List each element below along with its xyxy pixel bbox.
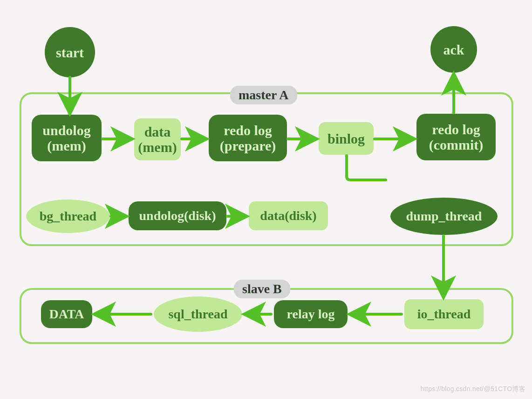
sql-thread-node: sql_thread	[154, 296, 242, 332]
bg-thread-node: bg_thread	[26, 200, 110, 233]
redo-prepare-node: redo log (prepare)	[209, 115, 287, 161]
binlog-node: binlog	[319, 122, 374, 155]
data-mem-node: data (mem)	[134, 118, 181, 160]
redo-commit-node: redo log (commit)	[416, 114, 496, 160]
io-thread-node: io_thread	[404, 299, 484, 329]
relay-log-node: relay log	[274, 300, 348, 328]
undolog-disk-node: undolog(disk)	[129, 201, 226, 230]
data-final-node: DATA	[41, 300, 92, 328]
slave-tag: slave B	[234, 280, 290, 298]
master-tag: master A	[230, 86, 297, 104]
watermark-text: https://blog.csdn.net/@51CTO博客	[421, 385, 525, 393]
data-disk-node: data(disk)	[249, 201, 328, 230]
dump-thread-node: dump_thread	[390, 198, 498, 235]
start-node: start	[45, 27, 95, 77]
ack-node: ack	[430, 26, 477, 73]
undolog-mem-node: undolog (mem)	[32, 115, 102, 161]
